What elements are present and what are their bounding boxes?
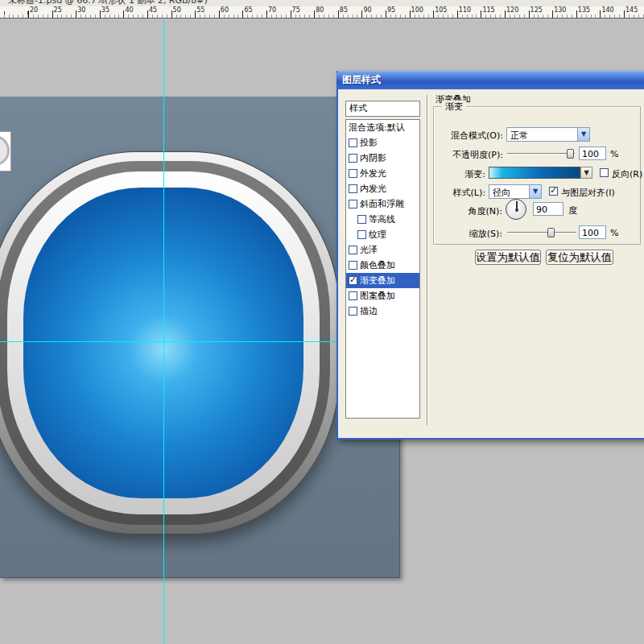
ruler-label: 25 (54, 6, 62, 14)
chevron-down-icon[interactable]: ▼ (577, 128, 589, 141)
ruler-tick (576, 10, 577, 18)
ruler-label: 20 (30, 6, 38, 14)
style-item-label: 渐变叠加 (360, 275, 395, 287)
ruler-tick (338, 10, 339, 18)
gradient-swatch[interactable] (489, 167, 580, 179)
gradient-style-value: 径向 (493, 187, 510, 199)
ruler-tick (242, 10, 243, 18)
scale-label: 缩放(S): (443, 228, 502, 240)
ruler-label: 130 (554, 6, 566, 14)
style-label: 样式(L): (443, 187, 485, 199)
angle-input[interactable]: 90 (533, 202, 564, 216)
scale-slider-handle[interactable] (547, 228, 555, 237)
style-list-item[interactable]: 斜面和浮雕 (346, 196, 419, 212)
blend-mode-select[interactable]: 正常 ▼ (506, 127, 590, 142)
opacity-slider-handle[interactable] (567, 149, 574, 159)
style-list-item[interactable]: 混合选项:默认 (346, 120, 419, 135)
style-list-item[interactable]: 图案叠加 (346, 288, 419, 303)
style-item-checkbox[interactable] (357, 215, 366, 224)
gradient-style-select[interactable]: 径向 ▼ (489, 184, 542, 199)
reverse-checkbox[interactable] (600, 168, 609, 177)
blend-mode-value: 正常 (510, 130, 528, 142)
gradient-picker-arrow-icon[interactable]: ▼ (580, 167, 592, 179)
style-list-item[interactable]: 等高线 (346, 212, 419, 227)
opacity-unit: % (610, 149, 618, 159)
ruler-label: 50 (173, 6, 181, 14)
style-list-item[interactable]: 光泽 (346, 242, 419, 258)
style-item-label: 混合选项:默认 (349, 122, 405, 134)
style-item-label: 外发光 (360, 167, 386, 180)
ruler-tick (195, 10, 196, 18)
ruler-label: 140 (601, 6, 613, 14)
ruler-tick (76, 10, 76, 18)
style-list-item[interactable]: 纹理 (346, 227, 419, 242)
ruler-label: 100 (411, 6, 423, 14)
ruler-tick (361, 10, 362, 18)
style-list-item[interactable]: 描边 (346, 303, 419, 319)
align-with-layer-label: 与图层对齐(I) (561, 187, 615, 199)
ruler-label: 135 (578, 6, 590, 14)
dialog-titlebar[interactable]: 图层样式 (336, 71, 644, 89)
style-item-checkbox[interactable] (349, 291, 357, 300)
vertical-guide[interactable] (163, 19, 164, 644)
opacity-input[interactable]: 100 (579, 147, 606, 160)
style-item-label: 描边 (360, 305, 378, 317)
style-item-checkbox[interactable] (349, 154, 357, 163)
ruler-tick (457, 10, 458, 18)
background-window-fragment (0, 131, 11, 171)
style-item-checkbox[interactable] (349, 276, 357, 285)
photoshop-workspace: 未标题-1.psd @ 66.7%(形状 1 副本 2, RGB/8#) 202… (0, 0, 644, 644)
style-item-label: 等高线 (369, 213, 395, 225)
ruler-tick (505, 10, 506, 18)
blend-mode-label: 混合模式(O): (440, 130, 503, 142)
style-list-item[interactable]: 内发光 (346, 181, 419, 196)
style-list-item[interactable]: 颜色叠加 (346, 258, 419, 273)
ruler-label: 120 (506, 6, 518, 14)
style-list-item[interactable]: 内阴影 (346, 151, 419, 166)
ruler-tick (171, 10, 172, 18)
style-item-label: 斜面和浮雕 (360, 198, 404, 210)
angle-label: 角度(N): (443, 205, 502, 217)
horizontal-guide[interactable] (0, 341, 336, 342)
horizontal-ruler[interactable]: 2025303540455055606570758085909510010511… (0, 6, 644, 19)
style-item-checkbox[interactable] (349, 307, 357, 316)
style-item-checkbox[interactable] (349, 246, 357, 254)
angle-dial[interactable] (506, 199, 526, 220)
opacity-slider[interactable] (507, 153, 575, 155)
style-item-checkbox[interactable] (349, 184, 357, 193)
style-item-checkbox[interactable] (357, 230, 366, 239)
style-item-label: 纹理 (369, 229, 386, 241)
style-item-checkbox[interactable] (349, 138, 357, 147)
style-item-checkbox[interactable] (349, 261, 357, 270)
ruler-tick (100, 10, 101, 18)
style-list-item[interactable]: 外发光 (346, 166, 419, 181)
gradient-label: 渐变: (443, 168, 485, 180)
style-item-label: 图案叠加 (360, 290, 395, 302)
scale-input[interactable]: 100 (579, 225, 606, 239)
ruler-label: 80 (316, 6, 324, 14)
ruler-tick (600, 10, 601, 18)
style-list-item[interactable]: 渐变叠加 (346, 273, 419, 288)
ruler-tick (386, 10, 386, 18)
style-list-item[interactable]: 投影 (346, 135, 419, 151)
reset-default-button[interactable]: 复位为默认值 (546, 250, 613, 265)
style-item-label: 颜色叠加 (360, 259, 395, 271)
ruler-label: 115 (482, 6, 494, 14)
document-title-text: 未标题-1.psd @ 66.7%(形状 1 副本 2, RGB/8#) (8, 0, 208, 6)
ruler-tick (266, 10, 267, 18)
scale-slider[interactable] (507, 232, 576, 233)
ruler-tick (314, 10, 315, 18)
ruler-label: 145 (625, 6, 638, 14)
chevron-down-icon[interactable]: ▼ (529, 185, 541, 198)
styles-panel-header: 样式 (345, 101, 420, 117)
scale-unit: % (610, 228, 618, 238)
opacity-label: 不透明度(P): (435, 149, 503, 161)
ruler-tick (624, 10, 625, 18)
ruler-tick (529, 10, 530, 18)
set-default-button[interactable]: 设置为默认值 (475, 250, 541, 265)
align-with-layer-checkbox[interactable] (549, 187, 558, 196)
ruler-label: 70 (268, 6, 276, 14)
style-item-checkbox[interactable] (349, 169, 357, 178)
style-item-checkbox[interactable] (349, 200, 357, 208)
ruler-label: 40 (125, 6, 133, 14)
